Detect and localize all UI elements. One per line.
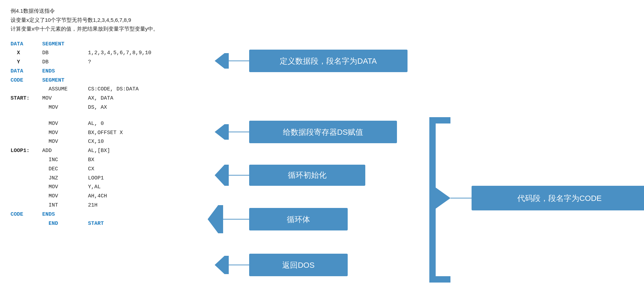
code-line-mov-y-al: MOV Y,AL	[11, 183, 172, 192]
code-section: DATA SEGMENT X DB 1,2,3,4,5,6,7,8,9,10 Y…	[11, 40, 172, 228]
code-line-start-mov1: START: MOV AX, DATA	[11, 94, 172, 103]
code-line-end-start: END START	[11, 219, 172, 228]
box-ds-assign-label: 给数据段寄存器DS赋值	[283, 128, 364, 137]
code-line-dec-cx: DEC CX	[11, 165, 172, 174]
kw-add: ADD	[42, 146, 88, 156]
kw-ends-data: ENDS	[42, 67, 88, 76]
box-return-dos-label: 返回DOS	[282, 261, 315, 270]
code-line-mov-ds-ax: MOV DS, AX	[11, 103, 172, 112]
operand-cx-10: CX,10	[88, 137, 104, 146]
intro-line1: 例4.1数据传送指令	[11, 6, 633, 15]
operand-jnz-loop1: LOOP1	[88, 174, 104, 183]
intro-line3: 计算变量x中十个元素的值，并把结果放到变量字节型变量y中。	[11, 24, 633, 33]
code-line-y: Y DB ?	[11, 58, 172, 67]
intro-line2: 设变量x定义了10个字节型无符号数1,2,3,4,5,6,7,8,9	[11, 15, 633, 25]
code-line-loop1-add: LOOP1: ADD AL,[BX]	[11, 146, 172, 156]
label-data: DATA	[11, 40, 42, 49]
kw-inc: INC	[42, 156, 88, 165]
operand-assume: CS:CODE, DS:DATA	[88, 85, 139, 94]
kw-mov-al-0: MOV	[42, 119, 88, 128]
operand-al-0: AL, 0	[88, 119, 104, 128]
bracket-code-vbar	[429, 117, 436, 283]
kw-mov-bx: MOV	[42, 128, 88, 138]
label-code-ends: CODE	[11, 210, 42, 219]
code-line-code-ends: CODE ENDS	[11, 210, 172, 219]
kw-mov-y-al: MOV	[42, 183, 88, 192]
box-loop-init-label: 循环初始化	[288, 171, 327, 179]
operand-ax-data: AX, DATA	[88, 94, 113, 103]
code-line-mov-bx-offset: MOV BX,OFFSET X	[11, 128, 172, 138]
kw-mov-ah-4ch: MOV	[42, 192, 88, 201]
main-content: DATA SEGMENT X DB 1,2,3,4,5,6,7,8,9,10 Y…	[11, 40, 633, 304]
operand-start: START	[88, 219, 104, 228]
kw-mov-ds-ax: MOV	[42, 103, 88, 112]
kw-segment-1: SEGMENT	[42, 40, 88, 49]
operand-cx-dec: CX	[88, 165, 94, 174]
code-line-mov-cx-10: MOV CX,10	[11, 137, 172, 146]
diagram-svg: 定义数据段，段名字为DATA 给数据段寄存器DS赋值 循环初始化	[183, 40, 644, 304]
kw-db-y: DB	[42, 58, 88, 67]
box-define-data-label: 定义数据段，段名字为DATA	[280, 57, 377, 65]
bracket-init-body	[225, 165, 229, 186]
label-code: CODE	[11, 76, 42, 85]
code-line-code-segment: CODE SEGMENT	[11, 76, 172, 85]
label-start: START:	[11, 94, 42, 103]
code-line-mov-al-0: MOV AL, 0	[11, 119, 172, 128]
bracket-init-left	[215, 165, 225, 186]
diagram: 定义数据段，段名字为DATA 给数据段寄存器DS赋值 循环初始化	[183, 40, 644, 304]
operand-bx-inc: BX	[88, 156, 94, 165]
bracket-data-left	[215, 53, 225, 69]
bracket-code-top-h	[429, 117, 450, 124]
kw-mov-cx-10: MOV	[42, 137, 88, 146]
kw-mov-ax-data: MOV	[42, 94, 88, 103]
bracket-code-arrow	[436, 188, 450, 209]
bracket-loop-left	[208, 205, 218, 233]
bracket-dos-body	[225, 256, 229, 274]
code-line-x: X DB 1,2,3,4,5,6,7,8,9,10	[11, 49, 172, 58]
page-container: 例4.1数据传送指令 设变量x定义了10个字节型无符号数1,2,3,4,5,6,…	[0, 0, 644, 304]
code-line-data-ends: DATA ENDS	[11, 67, 172, 76]
label-loop1: LOOP1:	[11, 146, 42, 156]
box-loop-body-label: 循环体	[287, 215, 310, 224]
bracket-ds-body	[225, 124, 229, 140]
operand-y: ?	[88, 58, 91, 67]
operand-bx-offset: BX,OFFSET X	[88, 128, 123, 138]
code-line-mov-ah-4ch: MOV AH,4CH	[11, 192, 172, 201]
operand-add-al-bx: AL,[BX]	[88, 146, 110, 156]
code-line-1: DATA SEGMENT	[11, 40, 172, 49]
bracket-loop-body	[218, 205, 223, 233]
bracket-ds-left	[215, 124, 225, 140]
code-line-inc-bx: INC BX	[11, 156, 172, 165]
operand-x: 1,2,3,4,5,6,7,8,9,10	[88, 49, 151, 58]
code-line-jnz-loop1: JNZ LOOP1	[11, 174, 172, 183]
kw-assume: ASSUME	[42, 85, 88, 94]
operand-ds-ax: DS, AX	[88, 103, 107, 112]
label-data-ends: DATA	[11, 67, 42, 76]
code-line-assume: ASSUME CS:CODE, DS:DATA	[11, 85, 172, 94]
operand-ah-4ch: AH,4CH	[88, 192, 107, 201]
kw-segment-2: SEGMENT	[42, 76, 88, 85]
bracket-data-body	[225, 53, 229, 69]
operand-21h: 21H	[88, 201, 97, 210]
code-line-int-21h: INT 21H	[11, 201, 172, 210]
kw-dec: DEC	[42, 165, 88, 174]
bracket-code-bottom-h	[429, 276, 450, 283]
intro-text: 例4.1数据传送指令 设变量x定义了10个字节型无符号数1,2,3,4,5,6,…	[11, 6, 633, 33]
operand-y-al: Y,AL	[88, 183, 101, 192]
box-code-segment-label: 代码段，段名字为CODE	[517, 194, 602, 203]
kw-end: END	[42, 219, 88, 228]
kw-int: INT	[42, 201, 88, 210]
kw-db-x: DB	[42, 49, 88, 58]
label-y: Y	[11, 58, 42, 67]
kw-ends-code: ENDS	[42, 210, 88, 219]
bracket-dos-left	[215, 256, 225, 274]
label-x: X	[11, 49, 42, 58]
kw-jnz: JNZ	[42, 174, 88, 183]
code-line-blank1	[11, 112, 172, 119]
